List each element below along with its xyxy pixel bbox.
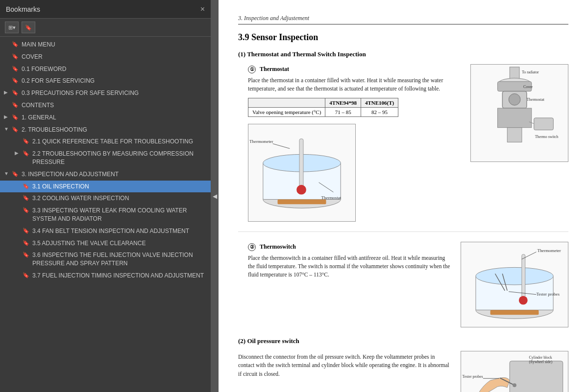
- sidebar-item-precautions[interactable]: ▶🔖0.3 PRECAUTIONS FOR SAFE SERVICING: [0, 87, 211, 99]
- thermoswitch-text: ② Thermoswitch Place the thermoswitch in…: [238, 242, 451, 327]
- bookmark-icon-general: 🔖: [12, 114, 19, 121]
- sidebar-item-safe-servicing[interactable]: 🔖0.2 FOR SAFE SERVICING: [0, 75, 211, 87]
- thermometer-svg: Thermometer Thermostat: [248, 124, 355, 221]
- svg-rect-22: [507, 128, 522, 142]
- sidebar-item-label-measuring: 2.2 TROUBLESHOOTING BY MEASURING COMPRES…: [32, 150, 207, 166]
- sidebar-item-label-main-menu: MAIN MENU: [22, 41, 207, 49]
- sidebar-item-label-safe-servicing: 0.2 FOR SAFE SERVICING: [22, 77, 207, 85]
- sidebar-item-contents[interactable]: 🔖CONTENTS: [0, 99, 211, 112]
- svg-text:(flywheel side): (flywheel side): [529, 360, 553, 364]
- svg-rect-27: [522, 254, 525, 298]
- bookmark-view-button[interactable]: 🔖: [22, 22, 35, 33]
- oil-pressure-body: Disconnect the connector from the oil pr…: [238, 353, 451, 378]
- svg-rect-19: [534, 118, 554, 130]
- thermoswitch-body: Place the thermoswitch in a container fi…: [248, 254, 451, 279]
- sidebar-item-inspection[interactable]: ▼🔖3. INSPECTION AND ADJUSTMENT: [0, 168, 211, 181]
- sidebar-item-label-fuel-injection: 3.6 INSPECTING THE FUEL INJECTION VALVE …: [32, 251, 207, 268]
- sidebar-item-label-contents: CONTENTS: [22, 101, 207, 110]
- chevron-left-icon: ◀: [213, 193, 217, 200]
- bookmark-icon-fan-belt: 🔖: [23, 227, 29, 234]
- sidebar-item-troubleshooting[interactable]: ▼🔖2. TROUBLESHOOTING: [0, 124, 211, 136]
- sidebar-title: Bookmarks: [6, 5, 40, 13]
- svg-point-16: [509, 93, 520, 105]
- table-row1-col3: 82 – 95: [361, 108, 398, 117]
- bookmark-icon-main-menu: 🔖: [12, 41, 19, 48]
- bookmark-list: 🔖MAIN MENU🔖COVER🔖0.1 FOREWORD🔖0.2 FOR SA…: [0, 37, 211, 392]
- sidebar-item-water-leak[interactable]: 🔖3.3 INSPECTING WATER LEAK FROM COOLING …: [0, 205, 211, 225]
- view-options-button[interactable]: ⊞▾: [5, 22, 19, 33]
- continuity-section: Disconnect the connector from the oil pr…: [238, 351, 568, 392]
- svg-text:Thermometer: Thermometer: [537, 248, 561, 253]
- section-title: 3.9 Sensor Inspection: [238, 32, 568, 43]
- oil-pressure-title: (2) Oil pressure switch: [238, 337, 568, 345]
- bookmark-icon-foreword: 🔖: [12, 65, 19, 72]
- bookmark-icon-safe-servicing: 🔖: [12, 77, 19, 84]
- svg-text:Tester probes: Tester probes: [536, 292, 560, 297]
- sidebar-item-quick-ref[interactable]: 🔖2.1 QUICK REFERENCE TABLE FOR TROUBLESH…: [0, 136, 211, 148]
- sidebar-item-foreword[interactable]: 🔖0.1 FOREWORD: [0, 63, 211, 75]
- sidebar-item-label-cooling-water: 3.2 COOLING WATER INSPECTION: [32, 194, 207, 203]
- bookmark-icon-measuring: 🔖: [23, 150, 29, 157]
- sidebar-item-oil-inspection[interactable]: 🔖3.1 OIL INSPECTION: [0, 181, 211, 193]
- table-row1-label: Valve opening temperature (°C): [248, 108, 325, 117]
- svg-text:Thermo switch: Thermo switch: [535, 135, 559, 139]
- bookmark-icon-cooling-water: 🔖: [23, 194, 29, 202]
- svg-point-28: [519, 296, 528, 305]
- sidebar-item-label-fuel-timing: 3.7 FUEL INJECTION TIMING INSPECTION AND…: [32, 272, 207, 280]
- svg-point-25: [476, 267, 553, 285]
- svg-point-39: [513, 383, 516, 387]
- svg-rect-26: [490, 310, 539, 315]
- sidebar-item-label-inspection: 3. INSPECTION AND ADJUSTMENT: [22, 170, 207, 179]
- sidebar-item-cooling-water[interactable]: 🔖3.2 COOLING WATER INSPECTION: [0, 192, 211, 205]
- sidebar-collapse-handle[interactable]: ◀: [211, 0, 219, 392]
- continuity-svg: Cylinder block (flywheel side) Tester pr…: [461, 351, 568, 392]
- sidebar-item-main-menu[interactable]: 🔖MAIN MENU: [0, 39, 211, 51]
- table-col1: [248, 98, 325, 108]
- sidebar-item-label-valve-clearance: 3.5 ADJUSTING THE VALVE CLEARANCE: [32, 239, 207, 248]
- svg-text:Thermometer: Thermometer: [249, 139, 273, 144]
- sidebar-item-label-quick-ref: 2.1 QUICK REFERENCE TABLE FOR TROUBLESHO…: [32, 138, 207, 146]
- thermostat-text: ① Thermostat Place the thermostat in a c…: [238, 64, 461, 222]
- sidebar-item-cover[interactable]: 🔖COVER: [0, 51, 211, 63]
- bookmark-icon-quick-ref: 🔖: [23, 138, 29, 145]
- svg-text:Cover: Cover: [523, 85, 533, 89]
- expand-arrow-measuring: ▶: [15, 150, 22, 157]
- thermostat-section: ① Thermostat Place the thermostat in a c…: [238, 64, 568, 222]
- close-button[interactable]: ×: [200, 5, 205, 13]
- svg-text:Cylinder block: Cylinder block: [529, 355, 552, 360]
- grid-icon: ⊞: [8, 24, 13, 31]
- sidebar-toolbar: ⊞▾ 🔖: [0, 19, 211, 37]
- item-number-2: ②: [248, 243, 256, 251]
- thermometer-figure: Thermometer Thermostat: [248, 124, 356, 222]
- bookmark-icon-fuel-injection: 🔖: [23, 251, 29, 258]
- table-row1-col2: 71 – 85: [325, 108, 361, 117]
- svg-point-5: [296, 185, 306, 195]
- bookmark-icon-oil-inspection: 🔖: [23, 183, 29, 190]
- svg-rect-3: [278, 199, 326, 204]
- sidebar-item-fuel-timing[interactable]: 🔖3.7 FUEL INJECTION TIMING INSPECTION AN…: [0, 270, 211, 282]
- sidebar-item-fuel-injection[interactable]: 🔖3.6 INSPECTING THE FUEL INJECTION VALVE…: [0, 249, 211, 270]
- svg-rect-4: [299, 139, 303, 187]
- sidebar-item-measuring[interactable]: ▶🔖2.2 TROUBLESHOOTING BY MEASURING COMPR…: [0, 148, 211, 168]
- thermostat-heading: Thermostat: [260, 66, 289, 72]
- thermostat-diagram-figure: To radiator Cover Thermostat Thermo swit…: [470, 64, 568, 162]
- thermoswitch-figure: Thermometer Tester probes: [461, 242, 568, 327]
- table-col3: 4TNE106(T): [361, 98, 398, 108]
- sidebar-item-label-precautions: 0.3 PRECAUTIONS FOR SAFE SERVICING: [22, 89, 207, 97]
- table-col2: 4TNE94*98: [325, 98, 361, 108]
- svg-rect-35: [510, 361, 563, 392]
- sidebar-item-fan-belt[interactable]: 🔖3.4 FAN BELT TENSION INSPECTION AND ADJ…: [0, 225, 211, 237]
- bookmark-icon-precautions: 🔖: [12, 89, 19, 96]
- expand-arrow-general: ▶: [4, 114, 11, 120]
- sidebar-item-general[interactable]: ▶🔖1. GENERAL: [0, 112, 211, 124]
- bookmark-icon-troubleshooting: 🔖: [12, 126, 19, 133]
- sidebar-item-label-foreword: 0.1 FOREWORD: [22, 65, 207, 73]
- bookmark-icon-fuel-timing: 🔖: [23, 272, 29, 279]
- continuity-figure: Cylinder block (flywheel side) Tester pr…: [461, 351, 568, 392]
- bookmark-icon-inspection: 🔖: [12, 170, 19, 178]
- table-row: Valve opening temperature (°C) 71 – 85 8…: [248, 108, 398, 117]
- section-divider-1: [238, 231, 568, 232]
- sidebar-item-valve-clearance[interactable]: 🔖3.5 ADJUSTING THE VALVE CLEARANCE: [0, 237, 211, 250]
- bookmark-icon-water-leak: 🔖: [23, 207, 29, 214]
- sidebar-item-label-cover: COVER: [22, 53, 207, 61]
